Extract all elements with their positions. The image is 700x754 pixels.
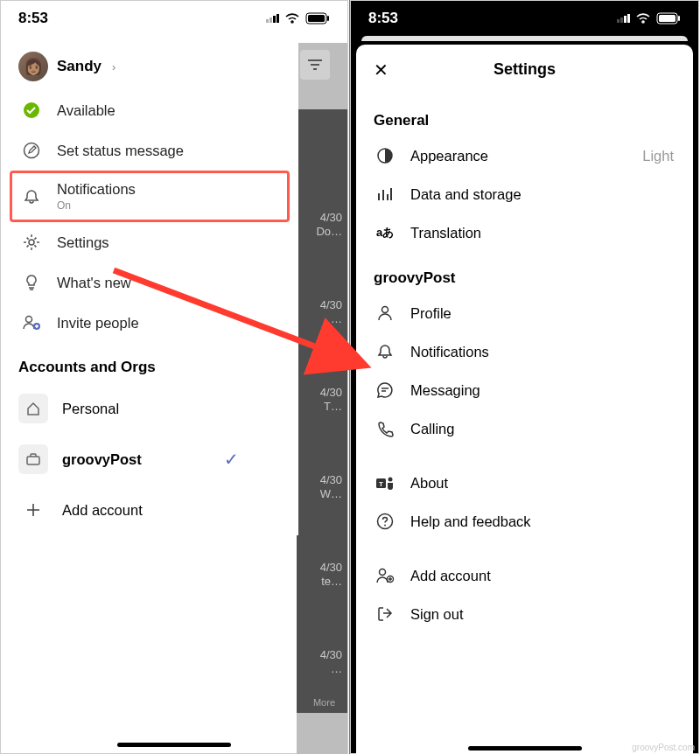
- profile-name: Sandy: [57, 58, 102, 75]
- bg-text: T…: [324, 400, 342, 413]
- item-label: Notifications: [410, 344, 489, 360]
- bg-text: Do…: [316, 225, 342, 238]
- avatar: 👩🏽: [18, 52, 48, 81]
- svg-point-5: [29, 240, 34, 245]
- bg-date: 4/30: [320, 386, 342, 399]
- menu-label: Settings: [57, 234, 109, 251]
- menu-label: Set status message: [57, 143, 184, 159]
- menu-whats-new[interactable]: What's new: [1, 262, 298, 303]
- status-time: 8:53: [18, 10, 48, 27]
- invite-people-icon: [22, 313, 41, 332]
- status-bar: 8:53: [351, 1, 698, 36]
- add-person-icon: [375, 566, 395, 585]
- menu-label: What's new: [57, 275, 131, 291]
- section-org: groovyPost: [356, 252, 693, 294]
- item-label: Messaging: [410, 382, 480, 399]
- wifi-icon: [284, 12, 301, 24]
- svg-point-6: [26, 317, 32, 323]
- battery-icon: [656, 12, 681, 24]
- menu-set-status[interactable]: Set status message: [1, 130, 298, 171]
- menu-settings[interactable]: Settings: [1, 222, 298, 262]
- menu-notifications[interactable]: Notifications On: [10, 171, 290, 222]
- settings-about[interactable]: T About: [356, 464, 693, 502]
- section-general: General: [356, 94, 693, 136]
- signal-icon: [617, 14, 630, 23]
- settings-help[interactable]: Help and feedback: [356, 502, 693, 541]
- item-label: Sign out: [410, 606, 464, 623]
- status-time: 8:53: [368, 10, 398, 27]
- account-personal[interactable]: Personal: [1, 383, 298, 434]
- svg-point-4: [24, 143, 39, 158]
- status-icons: [617, 12, 681, 24]
- bell-icon: [375, 342, 395, 361]
- bg-date: 4/30: [320, 298, 342, 311]
- signal-icon: [266, 14, 279, 23]
- item-label: Translation: [410, 225, 481, 241]
- home-indicator: [117, 743, 231, 747]
- menu-label: Notifications: [57, 181, 136, 198]
- account-label: Add account: [62, 502, 143, 519]
- settings-data-storage[interactable]: Data and storage: [356, 175, 693, 213]
- account-label: groovyPost: [62, 451, 142, 468]
- translation-icon: aあ: [375, 223, 395, 242]
- bg-date: 4/30: [320, 473, 342, 486]
- svg-text:T: T: [379, 480, 383, 488]
- filter-button[interactable]: [300, 50, 330, 80]
- item-label: Help and feedback: [410, 513, 531, 530]
- plus-icon: [18, 495, 48, 525]
- bg-text: W…: [320, 487, 342, 500]
- sheet-header: ✕ Settings: [356, 45, 693, 94]
- bg-date: 4/30: [320, 211, 342, 224]
- lightbulb-icon: [22, 273, 41, 292]
- menu-available[interactable]: Available: [1, 90, 298, 130]
- battery-icon: [305, 12, 330, 24]
- menu-label: Invite people: [57, 315, 139, 332]
- appearance-icon: [375, 146, 395, 165]
- svg-rect-2: [327, 16, 329, 21]
- settings-profile[interactable]: Profile: [356, 294, 693, 332]
- svg-rect-1: [308, 15, 325, 22]
- left-phone-screen: 4/30 Do… 4/30 … 4/30 T… 4/30 W… 4/30 te……: [0, 0, 348, 754]
- home-icon: [18, 394, 48, 423]
- settings-add-account[interactable]: Add account: [356, 556, 693, 595]
- item-label: Profile: [410, 305, 452, 322]
- menu-sublabel: On: [57, 199, 136, 212]
- svg-rect-8: [27, 457, 39, 464]
- bg-text: …: [331, 662, 342, 675]
- home-indicator: [468, 746, 582, 751]
- menu-label: Available: [57, 102, 116, 119]
- bg-date: 4/30: [320, 648, 342, 661]
- check-icon: ✓: [224, 449, 239, 470]
- wifi-icon: [634, 12, 652, 24]
- settings-translation[interactable]: aあ Translation: [356, 213, 693, 252]
- settings-sign-out[interactable]: Sign out: [356, 595, 693, 633]
- status-icons: [266, 12, 330, 24]
- item-label: About: [410, 475, 448, 492]
- svg-point-19: [380, 569, 386, 576]
- add-account[interactable]: Add account: [1, 485, 298, 535]
- chevron-right-icon: ›: [112, 60, 116, 73]
- messaging-icon: [375, 380, 395, 400]
- settings-sheet: ✕ Settings General Appearance Light Data…: [356, 45, 693, 754]
- svg-point-18: [384, 525, 386, 527]
- settings-appearance[interactable]: Appearance Light: [356, 136, 693, 175]
- settings-calling[interactable]: Calling: [356, 409, 693, 448]
- edit-icon: [22, 141, 41, 160]
- sign-out-icon: [375, 604, 395, 624]
- available-icon: [22, 101, 41, 120]
- gear-icon: [22, 233, 41, 252]
- settings-messaging[interactable]: Messaging: [356, 371, 693, 409]
- item-label: Add account: [410, 568, 491, 584]
- close-icon[interactable]: ✕: [374, 59, 388, 80]
- account-label: Personal: [62, 401, 119, 417]
- item-label: Data and storage: [410, 186, 522, 203]
- bell-icon: [22, 187, 41, 206]
- settings-notifications[interactable]: Notifications: [356, 332, 693, 371]
- page-title: Settings: [494, 60, 556, 79]
- bg-more: More: [313, 697, 335, 708]
- item-label: Appearance: [410, 148, 488, 164]
- accounts-header: Accounts and Orgs: [1, 343, 298, 383]
- profile-row[interactable]: 👩🏽 Sandy ›: [1, 36, 298, 90]
- account-groovypost[interactable]: groovyPost ✓: [1, 434, 298, 485]
- menu-invite[interactable]: Invite people: [1, 303, 298, 343]
